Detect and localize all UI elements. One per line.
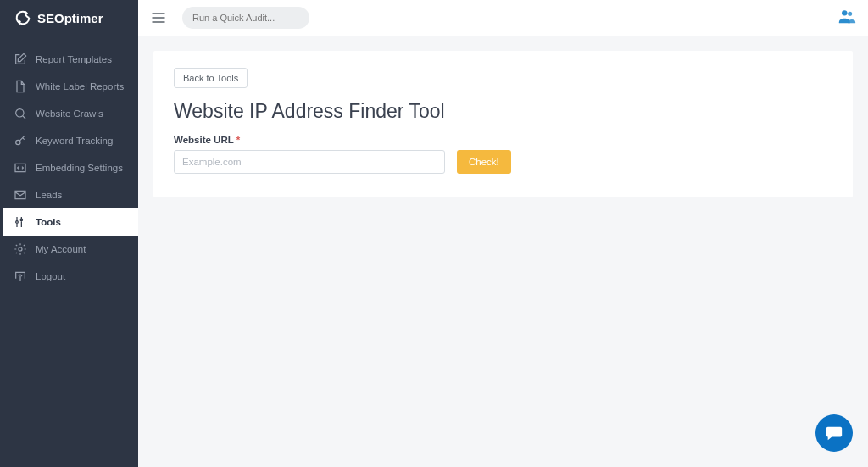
search-box[interactable] [182, 7, 309, 29]
form-row: Website URL * Check! [174, 135, 832, 174]
url-form-group: Website URL * [174, 135, 445, 174]
svg-point-6 [19, 247, 22, 251]
sidebar-item-my-account[interactable]: My Account [0, 236, 138, 263]
menu-toggle-icon[interactable] [150, 9, 167, 26]
back-to-tools-button[interactable]: Back to Tools [174, 68, 248, 88]
logout-icon [14, 270, 27, 283]
gear-icon [14, 242, 27, 256]
content: Back to Tools Website IP Address Finder … [138, 36, 868, 213]
svg-point-4 [16, 221, 19, 224]
svg-rect-2 [15, 164, 25, 171]
nav-list: Report Templates White Label Reports Web… [0, 36, 138, 290]
logo-icon [14, 8, 32, 27]
sidebar-item-label: Leads [36, 190, 62, 200]
tool-icon [14, 215, 27, 229]
sidebar-item-embedding-settings[interactable]: Embedding Settings [0, 154, 138, 181]
page-title: Website IP Address Finder Tool [174, 100, 832, 123]
sidebar-item-label: Keyword Tracking [36, 136, 113, 146]
sidebar-item-white-label-reports[interactable]: White Label Reports [0, 73, 138, 100]
users-icon[interactable] [837, 7, 856, 25]
sidebar-item-report-templates[interactable]: Report Templates [0, 46, 138, 73]
chat-icon [825, 424, 843, 442]
sidebar-item-logout[interactable]: Logout [0, 263, 138, 290]
logo[interactable]: SEOptimer [0, 0, 138, 36]
sidebar-item-website-crawls[interactable]: Website Crawls [0, 100, 138, 127]
panel: Back to Tools Website IP Address Finder … [153, 51, 853, 197]
edit-icon [14, 53, 27, 66]
chat-widget[interactable] [815, 414, 853, 452]
embed-icon [14, 161, 27, 175]
topbar-right [837, 7, 856, 29]
sidebar: SEOptimer Report Templates White Label R… [0, 0, 138, 467]
url-label-text: Website URL [174, 135, 234, 145]
sidebar-item-label: Tools [36, 217, 61, 227]
search-input[interactable] [192, 13, 309, 23]
website-url-input[interactable] [174, 150, 445, 174]
mail-icon [14, 188, 27, 202]
file-icon [14, 80, 27, 93]
sidebar-item-label: My Account [36, 244, 86, 254]
url-label: Website URL * [174, 135, 445, 145]
sidebar-item-label: White Label Reports [36, 81, 124, 92]
sidebar-item-keyword-tracking[interactable]: Keyword Tracking [0, 127, 138, 154]
search-icon [14, 107, 27, 120]
check-button[interactable]: Check! [457, 150, 511, 174]
required-asterisk: * [236, 135, 240, 145]
svg-point-5 [20, 219, 23, 221]
sidebar-item-label: Embedding Settings [36, 163, 123, 173]
topbar [138, 0, 868, 36]
sidebar-item-label: Report Templates [36, 54, 112, 64]
key-icon [14, 134, 27, 147]
sidebar-item-tools[interactable]: Tools [0, 208, 138, 236]
svg-point-9 [848, 12, 852, 16]
sidebar-item-label: Logout [36, 271, 65, 281]
logo-text: SEOptimer [37, 11, 103, 25]
svg-point-0 [16, 109, 24, 117]
svg-point-8 [842, 10, 847, 15]
sidebar-item-leads[interactable]: Leads [0, 181, 138, 208]
sidebar-item-label: Website Crawls [36, 108, 103, 119]
